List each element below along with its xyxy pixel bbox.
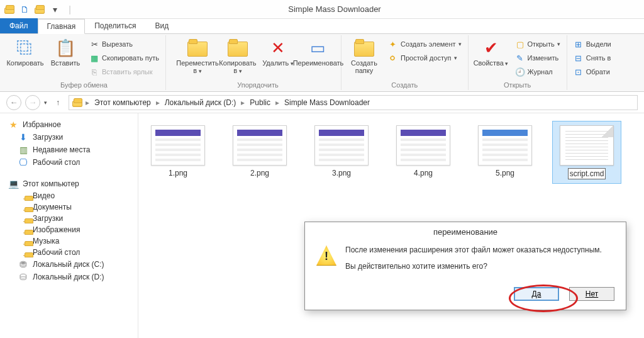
breadcrumb-item[interactable]: Public bbox=[247, 97, 273, 108]
new-item-button[interactable]: ✦Создать элемент ▾ bbox=[386, 38, 464, 50]
file-item[interactable]: 5.png bbox=[470, 121, 540, 184]
group-clipboard: ⿻ Копировать 📋 Вставить ✂Вырезать ▦Скопи… bbox=[3, 35, 166, 90]
rename-dialog: переименование После изменения расширени… bbox=[304, 222, 626, 310]
nav-drive-d[interactable]: ⛁Локальный диск (D:) bbox=[4, 271, 134, 283]
cut-button[interactable]: ✂Вырезать bbox=[87, 38, 162, 50]
file-item[interactable]: 1.png bbox=[143, 121, 213, 184]
star-icon: ★ bbox=[8, 120, 19, 130]
file-item[interactable]: 2.png bbox=[225, 121, 294, 184]
delete-button[interactable]: ✕ Удалить ▾ bbox=[259, 37, 297, 67]
nav-desktop[interactable]: 🖵Рабочий стол bbox=[4, 156, 134, 169]
open-button[interactable]: ▢Открыть ▾ bbox=[513, 38, 563, 50]
group-open: ✔ Свойства ▾ ▢Открыть ▾ ✎Изменить 🕘Журна… bbox=[469, 35, 567, 90]
file-name: script.cmd bbox=[568, 168, 606, 179]
copy-path-button[interactable]: ▦Скопировать путь bbox=[87, 52, 162, 64]
nav-videos[interactable]: Видео bbox=[4, 190, 134, 201]
image-thumbnail bbox=[314, 125, 369, 166]
copy-to-button[interactable]: Копировать в ▾ bbox=[219, 37, 257, 75]
folder-arrow-icon bbox=[187, 38, 208, 58]
folder-icon bbox=[34, 4, 45, 15]
copy-button[interactable]: ⿻ Копировать bbox=[6, 37, 44, 67]
breadcrumb-item[interactable]: Локальный диск (D:) bbox=[162, 97, 239, 108]
edit-icon: ✎ bbox=[515, 54, 525, 63]
edit-button[interactable]: ✎Изменить bbox=[513, 52, 563, 64]
invert-icon: ⊡ bbox=[574, 67, 584, 77]
file-item[interactable]: 3.png bbox=[307, 121, 376, 184]
chevron-right-icon[interactable]: ▸ bbox=[155, 98, 161, 107]
select-none-button[interactable]: ⊟Снять в bbox=[571, 52, 614, 64]
nav-downloads[interactable]: ⬇Загрузки bbox=[4, 131, 134, 144]
warning-icon bbox=[316, 245, 336, 266]
tab-file[interactable]: Файл bbox=[0, 18, 38, 33]
properties-icon: ✔ bbox=[481, 38, 501, 58]
file-list[interactable]: 1.png2.png3.png4.png5.pngscript.cmd пере… bbox=[138, 113, 644, 338]
breadcrumb[interactable]: ▸ Этот компьютер ▸ Локальный диск (D:) ▸… bbox=[69, 95, 638, 110]
image-thumbnail bbox=[396, 125, 450, 166]
rename-icon: ▭ bbox=[308, 38, 328, 58]
text-file-icon bbox=[560, 125, 614, 166]
path-icon: ▦ bbox=[89, 54, 99, 63]
forward-button[interactable]: → bbox=[25, 95, 40, 110]
dialog-no-button[interactable]: Нет bbox=[569, 287, 614, 301]
file-name: 4.png bbox=[413, 168, 434, 178]
dialog-yes-button[interactable]: Да bbox=[514, 287, 559, 301]
chevron-right-icon[interactable]: ▸ bbox=[274, 98, 280, 107]
image-thumbnail bbox=[233, 125, 287, 166]
new-item-icon: ✦ bbox=[388, 40, 398, 49]
nav-favorites[interactable]: ★Избранное bbox=[4, 118, 134, 131]
properties-button[interactable]: ✔ Свойства ▾ bbox=[472, 37, 510, 67]
download-icon: ⬇ bbox=[18, 132, 29, 142]
main-area: ★Избранное ⬇Загрузки ▥Недавние места 🖵Ра… bbox=[0, 113, 644, 338]
history-dropdown-icon[interactable]: ▾ bbox=[44, 99, 47, 106]
up-button[interactable]: ↑ bbox=[51, 96, 65, 110]
breadcrumb-item[interactable]: Simple Mass Downloader bbox=[282, 97, 372, 108]
shortcut-icon: ⎘ bbox=[89, 67, 99, 77]
file-item[interactable]: script.cmd bbox=[552, 121, 621, 184]
file-name: 3.png bbox=[331, 168, 352, 178]
new-folder-button[interactable]: Создать папку bbox=[345, 37, 383, 74]
invert-selection-button[interactable]: ⊡Обрати bbox=[571, 65, 614, 78]
paste-shortcut-button: ⎘Вставить ярлык bbox=[87, 65, 162, 78]
nav-computer[interactable]: 💻Этот компьютер bbox=[4, 177, 134, 190]
breadcrumb-item[interactable]: Этот компьютер bbox=[92, 97, 153, 108]
nav-desktop2[interactable]: Рабочий стол bbox=[4, 247, 134, 258]
group-select: ⊞Выдели ⊟Снять в ⊡Обрати bbox=[567, 35, 618, 90]
chevron-right-icon[interactable]: ▸ bbox=[240, 98, 246, 107]
dialog-text: После изменения расширения этот файл мож… bbox=[345, 245, 602, 278]
nav-music[interactable]: Музыка bbox=[4, 235, 134, 247]
open-icon: ▢ bbox=[515, 40, 525, 49]
chevron-right-icon[interactable]: ▸ bbox=[84, 98, 91, 107]
select-all-button[interactable]: ⊞Выдели bbox=[571, 38, 614, 50]
easy-access-button[interactable]: ⭘Простой доступ ▾ bbox=[386, 52, 464, 64]
tab-view[interactable]: Вид bbox=[145, 18, 178, 33]
desktop-icon: 🖵 bbox=[18, 157, 29, 167]
nav-recent[interactable]: ▥Недавние места bbox=[4, 144, 134, 156]
nav-downloads2[interactable]: Загрузки bbox=[4, 213, 134, 224]
navigation-pane: ★Избранное ⬇Загрузки ▥Недавние места 🖵Ра… bbox=[0, 113, 138, 338]
nav-documents[interactable]: Документы bbox=[4, 201, 134, 213]
paste-icon: 📋 bbox=[55, 38, 75, 58]
image-thumbnail bbox=[478, 125, 532, 166]
paste-button[interactable]: 📋 Вставить bbox=[47, 37, 84, 67]
rename-button[interactable]: ▭ Переименовать bbox=[299, 37, 337, 67]
folder-icon bbox=[72, 98, 83, 107]
file-name: 2.png bbox=[249, 168, 270, 178]
tab-share[interactable]: Поделиться bbox=[85, 18, 145, 33]
file-name: 5.png bbox=[494, 168, 516, 178]
qat-dropdown-icon[interactable]: ▾ bbox=[49, 4, 60, 15]
folder-copy-icon bbox=[228, 38, 248, 58]
window-title: Simple Mass Downloader bbox=[75, 4, 644, 14]
tab-home[interactable]: Главная bbox=[38, 19, 86, 34]
delete-icon: ✕ bbox=[268, 38, 288, 58]
group-organize: Переместить в ▾ Копировать в ▾ ✕ Удалить… bbox=[166, 35, 341, 90]
new-folder-icon bbox=[354, 38, 374, 58]
recent-icon: ▥ bbox=[18, 145, 29, 155]
file-item[interactable]: 4.png bbox=[389, 121, 458, 184]
new-doc-icon[interactable]: 🗋 bbox=[19, 4, 30, 15]
move-to-button[interactable]: Переместить в ▾ bbox=[179, 37, 216, 75]
history-button[interactable]: 🕘Журнал bbox=[513, 65, 563, 78]
back-button[interactable]: ← bbox=[6, 95, 21, 110]
nav-drive-c[interactable]: ⛃Локальный диск (C:) bbox=[4, 258, 134, 271]
nav-pictures[interactable]: Изображения bbox=[4, 224, 134, 235]
drive-icon: ⛁ bbox=[18, 272, 29, 282]
